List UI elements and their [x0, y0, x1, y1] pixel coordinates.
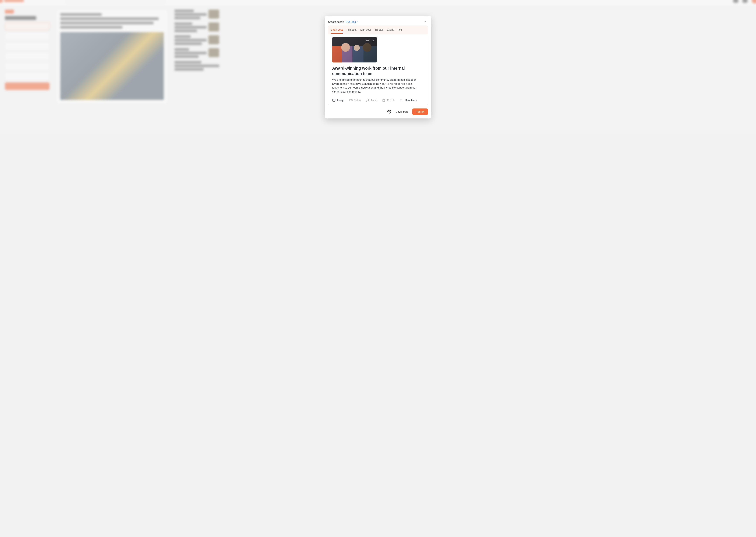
close-icon — [372, 39, 375, 42]
attach-audio-button: Audio — [366, 99, 377, 102]
svg-point-4 — [368, 40, 369, 41]
attach-label: Video — [354, 99, 361, 102]
remove-image-button[interactable] — [371, 39, 376, 43]
attach-image-button[interactable]: Image — [332, 99, 344, 102]
blog-name: Our Blog — [346, 20, 356, 23]
tab-link[interactable]: Link post — [360, 26, 371, 34]
attach-headlines-button[interactable]: TTHeadlines — [400, 99, 417, 102]
tab-short[interactable]: Short post — [331, 26, 343, 34]
attach-label: Audio — [371, 99, 377, 102]
blog-selector[interactable]: Our Blog — [346, 20, 358, 23]
close-modal-button[interactable] — [423, 19, 428, 24]
svg-point-10 — [366, 101, 367, 102]
svg-text:T: T — [400, 99, 402, 102]
svg-point-2 — [366, 40, 367, 41]
attached-image[interactable] — [332, 37, 377, 62]
image-icon — [332, 99, 336, 102]
svg-point-3 — [367, 40, 368, 41]
chevron-down-icon — [357, 21, 359, 23]
create-post-modal: Create post in Our Blog Short postFull p… — [325, 16, 431, 118]
post-type-tabs: Short postFull postLink postThreadEventP… — [328, 26, 428, 34]
svg-rect-13 — [383, 100, 385, 102]
modal-footer: Save draft Publish — [328, 108, 428, 115]
post-settings-button[interactable] — [387, 110, 391, 113]
attach-label: Pdf file — [387, 99, 395, 102]
post-title-input[interactable]: Award-winning work from our internal com… — [332, 65, 424, 76]
gear-icon — [387, 110, 391, 113]
svg-rect-9 — [350, 100, 352, 101]
attachment-toolbar: ImageVideoAudioPdf fileTTHeadlines — [332, 99, 424, 102]
audio-icon — [366, 99, 369, 102]
modal-overlay: Create post in Our Blog Short postFull p… — [0, 0, 756, 537]
attach-label: Headlines — [405, 99, 417, 102]
create-post-label: Create post in — [328, 20, 344, 23]
save-draft-button[interactable]: Save draft — [395, 109, 408, 115]
more-horizontal-icon — [366, 39, 369, 43]
attach-pdf-button: Pdf file — [382, 99, 395, 102]
post-body-input[interactable]: We are thrilled to announce that our com… — [332, 78, 424, 94]
image-options-button[interactable] — [365, 39, 370, 43]
svg-rect-7 — [333, 99, 335, 101]
modal-header: Create post in Our Blog — [328, 19, 428, 24]
tab-full[interactable]: Full post — [347, 26, 357, 34]
post-card: Short postFull postLink postThreadEventP… — [328, 25, 428, 105]
attach-video-button: Video — [349, 99, 361, 102]
close-icon — [424, 20, 427, 23]
pdf-icon — [382, 99, 386, 102]
tab-poll[interactable]: Poll — [398, 26, 402, 34]
headlines-icon: TT — [400, 99, 403, 102]
svg-point-11 — [368, 101, 368, 101]
tab-event[interactable]: Event — [387, 26, 394, 34]
tab-thread[interactable]: Thread — [375, 26, 383, 34]
video-icon — [349, 99, 353, 102]
svg-text:T: T — [402, 100, 403, 101]
publish-button[interactable]: Publish — [412, 108, 428, 115]
post-content: Award-winning work from our internal com… — [328, 34, 428, 105]
svg-point-17 — [389, 111, 390, 112]
attach-label: Image — [337, 99, 344, 102]
svg-point-8 — [333, 100, 334, 100]
